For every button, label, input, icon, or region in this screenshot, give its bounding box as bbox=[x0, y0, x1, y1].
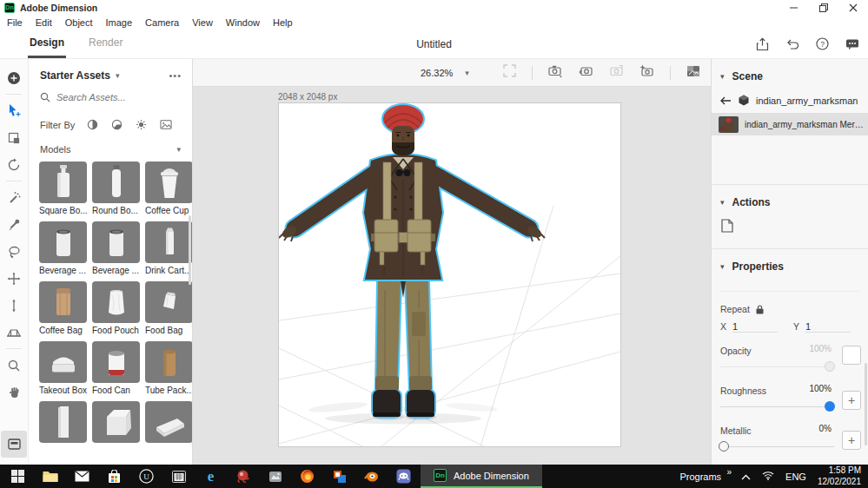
file-explorer-icon[interactable] bbox=[40, 466, 60, 486]
asset-food-bag[interactable]: Food Bag bbox=[145, 281, 192, 339]
taskbar-adobe-dimension[interactable]: Dn Adobe Dimension bbox=[421, 465, 542, 488]
repeat-y-input[interactable] bbox=[805, 321, 851, 333]
assets-scrollbar[interactable] bbox=[189, 215, 191, 285]
asset-drink-carton[interactable]: Drink Cart... bbox=[145, 221, 192, 279]
opacity-slider-knob[interactable] bbox=[825, 361, 835, 372]
camera-pan-icon[interactable] bbox=[579, 64, 593, 82]
undo-icon[interactable] bbox=[785, 38, 799, 50]
discord-icon[interactable] bbox=[394, 466, 414, 486]
materials-filter-icon[interactable] bbox=[111, 119, 123, 130]
office-app-icon[interactable] bbox=[329, 466, 349, 486]
wifi-icon[interactable] bbox=[762, 471, 774, 482]
restore-button[interactable] bbox=[809, 0, 838, 15]
windows-start-icon[interactable] bbox=[8, 466, 28, 486]
menu-object[interactable]: Object bbox=[65, 17, 93, 28]
asset-food-pouch[interactable]: Food Pouch bbox=[92, 281, 141, 339]
menu-help[interactable]: Help bbox=[273, 17, 293, 28]
rotate-tool-icon[interactable] bbox=[1, 151, 27, 178]
asset-coffee-bag[interactable]: Coffee Bag bbox=[39, 281, 88, 339]
minimize-button[interactable] bbox=[779, 0, 809, 15]
asset-tube-package[interactable]: Tube Pack... bbox=[145, 341, 192, 399]
horizon-camera-tool-icon[interactable] bbox=[1, 319, 27, 346]
media-app-icon[interactable] bbox=[265, 466, 285, 486]
hand-tool-icon[interactable] bbox=[1, 379, 27, 406]
metallic-slider-track[interactable] bbox=[720, 446, 834, 447]
tab-design[interactable]: Design bbox=[28, 30, 66, 58]
properties-section-header[interactable]: ▾ Properties bbox=[712, 249, 868, 273]
asset-beverage-can-1[interactable]: Beverage ... bbox=[39, 221, 88, 279]
red-app-icon[interactable] bbox=[233, 466, 253, 486]
render-preview-icon[interactable] bbox=[686, 65, 700, 81]
dolly-tool-icon[interactable] bbox=[1, 292, 27, 319]
right-panel-scrollbar[interactable] bbox=[865, 363, 867, 445]
firefox-icon[interactable] bbox=[297, 466, 317, 486]
zoom-tool-icon[interactable] bbox=[1, 352, 27, 379]
asset-partial-3[interactable] bbox=[145, 401, 192, 458]
scale-tool-icon[interactable] bbox=[1, 124, 27, 151]
show-hidden-icons-chevron[interactable] bbox=[741, 472, 751, 482]
asset-food-can[interactable]: Food Can bbox=[92, 341, 141, 399]
metallic-add-button[interactable]: + bbox=[842, 431, 861, 450]
edge-icon[interactable]: e bbox=[201, 466, 221, 486]
starter-assets-toggle-button[interactable] bbox=[1, 431, 27, 458]
taskbar-clock[interactable]: 1:58 PM 12/02/2021 bbox=[818, 465, 861, 487]
metallic-slider-knob[interactable] bbox=[719, 441, 729, 452]
camera-return-icon[interactable] bbox=[609, 64, 624, 82]
blender-icon[interactable] bbox=[361, 466, 381, 486]
assets-menu-icon[interactable]: ••• bbox=[169, 70, 182, 81]
model-indian-army-marksman[interactable] bbox=[279, 105, 545, 417]
opacity-slider-track[interactable] bbox=[720, 366, 834, 367]
models-section-header[interactable]: Models ▾ bbox=[40, 144, 181, 155]
roughness-add-button[interactable]: + bbox=[842, 391, 861, 410]
language-indicator[interactable]: ENG bbox=[785, 472, 806, 482]
canvas-3d-view[interactable] bbox=[279, 103, 620, 446]
menu-window[interactable]: Window bbox=[226, 17, 260, 28]
assets-title-caret-icon[interactable]: ▾ bbox=[116, 71, 120, 80]
canvas-viewport[interactable]: 2048 x 2048 px bbox=[193, 87, 711, 465]
asset-partial-2[interactable] bbox=[92, 401, 141, 458]
repeat-x-input[interactable] bbox=[732, 321, 778, 333]
breadcrumb[interactable]: indian_army_marksman bbox=[756, 96, 858, 106]
opacity-swatch[interactable] bbox=[842, 346, 861, 365]
calendar-icon[interactable] bbox=[169, 466, 189, 486]
asset-round-bottle[interactable]: Round Bo... bbox=[92, 162, 141, 219]
roughness-slider-track[interactable] bbox=[720, 406, 834, 407]
roughness-slider-knob[interactable] bbox=[825, 401, 835, 412]
lights-filter-icon[interactable] bbox=[136, 119, 147, 130]
menu-view[interactable]: View bbox=[192, 17, 213, 28]
programs-toolbar[interactable]: Programs » bbox=[679, 472, 730, 482]
asset-square-bottle[interactable]: Square Bo... bbox=[39, 162, 88, 219]
help-icon[interactable]: ? bbox=[816, 37, 829, 50]
selected-layer-row[interactable]: indian_army_marksman Merged Ma... bbox=[712, 113, 868, 135]
asset-takeout-box[interactable]: Takeout Box bbox=[39, 341, 88, 399]
microsoft-store-icon[interactable] bbox=[104, 466, 124, 486]
menu-camera[interactable]: Camera bbox=[145, 17, 179, 28]
select-move-tool-icon[interactable] bbox=[1, 97, 27, 124]
frame-marquee-icon[interactable] bbox=[503, 64, 516, 81]
assets-panel-title[interactable]: Starter Assets bbox=[40, 69, 110, 82]
close-button[interactable] bbox=[838, 0, 868, 15]
models-filter-icon[interactable] bbox=[87, 119, 98, 130]
camera-star-icon[interactable] bbox=[639, 64, 654, 82]
search-input[interactable] bbox=[56, 92, 161, 102]
add-content-button[interactable] bbox=[1, 64, 27, 91]
feedback-chat-icon[interactable] bbox=[845, 38, 859, 50]
images-filter-icon[interactable] bbox=[160, 119, 172, 130]
magic-wand-tool-icon[interactable] bbox=[1, 184, 27, 211]
tab-render[interactable]: Render bbox=[87, 30, 124, 58]
unreal-engine-icon[interactable]: U bbox=[136, 466, 156, 486]
asset-beverage-can-2[interactable]: Beverage ... bbox=[92, 221, 141, 279]
zoom-control[interactable]: 26.32% ▾ bbox=[421, 68, 469, 78]
camera-bookmark-icon[interactable] bbox=[548, 64, 563, 82]
mail-icon[interactable] bbox=[72, 466, 92, 486]
action-page-icon[interactable] bbox=[721, 219, 868, 234]
lasso-tool-icon[interactable] bbox=[1, 238, 27, 265]
lock-icon[interactable] bbox=[756, 305, 764, 314]
menu-image[interactable]: Image bbox=[106, 17, 133, 28]
back-arrow-icon[interactable] bbox=[720, 96, 732, 105]
menu-file[interactable]: File bbox=[7, 17, 23, 28]
sampler-tool-icon[interactable] bbox=[1, 211, 27, 238]
actions-section-header[interactable]: ▾ Actions bbox=[712, 185, 868, 208]
artboard[interactable] bbox=[278, 102, 621, 447]
scene-section-header[interactable]: ▾ Scene bbox=[712, 59, 868, 82]
